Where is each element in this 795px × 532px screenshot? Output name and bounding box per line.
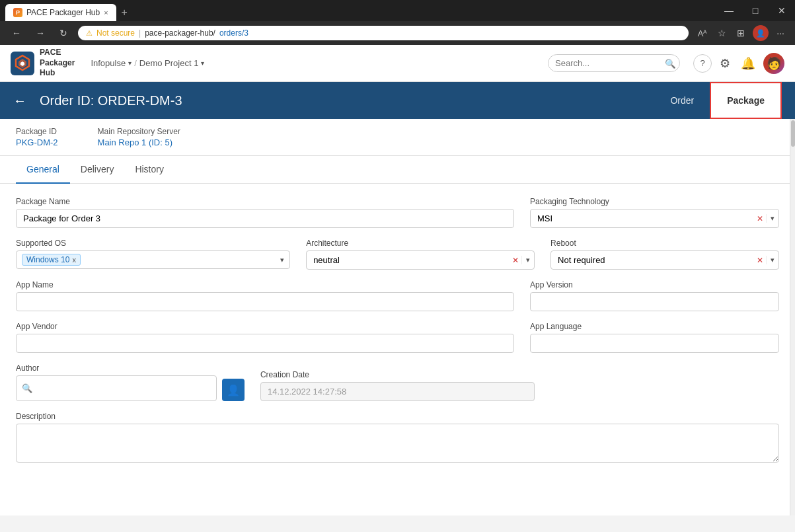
clear-pkg-tech-icon[interactable]: ✕ <box>754 214 766 223</box>
page-back-button[interactable]: ← <box>13 93 26 108</box>
app-vendor-group: App Vendor <box>16 322 514 353</box>
architecture-label: Architecture <box>306 239 535 248</box>
minimize-button[interactable]: — <box>716 0 742 21</box>
form-area: Package Name Packaging Technology MSI ✕ … <box>0 184 795 486</box>
more-options-button[interactable]: ··· <box>774 25 787 41</box>
notifications-button[interactable]: 🔔 <box>738 54 758 73</box>
address-url-plain: pace-packager-hub/ <box>145 28 215 38</box>
new-tab-button[interactable]: + <box>116 4 133 21</box>
address-url-highlight: orders/3 <box>219 28 248 38</box>
address-separator: | <box>139 28 141 38</box>
tab-close-icon[interactable]: × <box>104 9 108 17</box>
logo-text: PACE Packager Hub <box>40 48 75 79</box>
browser-tab-active[interactable]: P PACE Packager Hub × <box>5 4 116 21</box>
page-title: Order ID: ORDER-DM-3 <box>40 93 641 108</box>
author-group: Author 🔍 👤 <box>16 363 245 401</box>
reader-mode-button[interactable]: Aᴬ <box>695 26 710 41</box>
package-id-group: Package ID PKG-DM-2 <box>16 127 58 147</box>
pkg-tech-value: MSI <box>531 209 754 227</box>
avatar[interactable]: 🧑 <box>763 53 784 74</box>
forward-nav-button[interactable]: → <box>32 26 49 40</box>
app-language-input[interactable] <box>530 334 779 353</box>
reboot-value: Not required <box>551 251 754 269</box>
breadcrumb: Infopulse ▾ / Demo Project 1 ▾ <box>91 58 204 68</box>
package-info-bar: Package ID PKG-DM-2 Main Repository Serv… <box>0 119 795 156</box>
pkg-tech-select[interactable]: MSI ✕ ▾ <box>530 209 779 228</box>
logo-icon <box>11 52 34 75</box>
app-name-input[interactable] <box>16 292 514 311</box>
tab-delivery[interactable]: Delivery <box>70 156 125 184</box>
author-search-input[interactable] <box>35 379 211 397</box>
tab-history[interactable]: History <box>124 156 174 184</box>
repo-value: Main Repo 1 (ID: 5) <box>98 137 172 147</box>
close-window-button[interactable]: ✕ <box>769 0 795 21</box>
pkg-name-input[interactable] <box>16 209 514 228</box>
reboot-label: Reboot <box>550 239 779 248</box>
app-vendor-input[interactable] <box>16 334 514 353</box>
supported-os-select[interactable]: Windows 10 x ▾ <box>16 250 290 269</box>
clear-reboot-icon[interactable]: ✕ <box>754 256 766 265</box>
back-nav-button[interactable]: ← <box>8 26 25 40</box>
settings-button[interactable]: ⚙ <box>717 54 733 73</box>
maximize-button[interactable]: □ <box>742 0 769 21</box>
chevron-arch-icon[interactable]: ▾ <box>521 256 534 264</box>
form-row-3: App Name App Version <box>16 280 779 311</box>
clear-arch-icon[interactable]: ✕ <box>510 256 521 265</box>
app-language-label: App Language <box>530 322 779 331</box>
author-person-button[interactable]: 👤 <box>222 379 245 401</box>
scrollbar-track[interactable] <box>790 119 795 515</box>
content-tab-bar: General Delivery History <box>0 156 795 184</box>
description-group: Description <box>16 412 779 463</box>
app-content: PACE Packager Hub Infopulse ▾ / Demo Pro… <box>0 45 795 515</box>
address-bar-container[interactable]: ⚠ Not secure | pace-packager-hub/orders/… <box>78 26 689 40</box>
os-tag-windows10[interactable]: Windows 10 x <box>22 254 81 266</box>
chevron-reboot-icon[interactable]: ▾ <box>766 256 778 264</box>
refresh-nav-button[interactable]: ↻ <box>56 26 71 40</box>
tab-package[interactable]: Package <box>710 82 782 119</box>
search-input[interactable] <box>548 54 680 72</box>
repo-label: Main Repository Server <box>98 127 180 136</box>
form-row-4: App Vendor App Language <box>16 322 779 353</box>
browser-action-buttons: Aᴬ ☆ ⊞ 👤 ··· <box>695 25 787 41</box>
tab-general[interactable]: General <box>16 156 70 184</box>
page-header: ← Order ID: ORDER-DM-3 Order Package <box>0 82 795 119</box>
architecture-select[interactable]: neutral ✕ ▾ <box>306 250 535 270</box>
author-search-field[interactable]: 🔍 <box>16 375 217 401</box>
app-name-group: App Name <box>16 280 514 311</box>
form-row-2: Supported OS Windows 10 x ▾ Architecture <box>16 239 779 270</box>
breadcrumb-project[interactable]: Demo Project 1 ▾ <box>139 58 205 68</box>
architecture-group: Architecture neutral ✕ ▾ <box>306 239 535 270</box>
author-search-icon: 🔍 <box>22 383 32 393</box>
package-id-label: Package ID <box>16 127 58 136</box>
description-textarea[interactable] <box>16 424 779 463</box>
chevron-pkg-tech-icon[interactable]: ▾ <box>766 214 778 223</box>
collections-button[interactable]: ⊞ <box>734 25 747 41</box>
app-version-group: App Version <box>530 280 779 311</box>
chevron-os-icon[interactable]: ▾ <box>280 256 284 264</box>
tab-order[interactable]: Order <box>654 82 710 119</box>
author-label: Author <box>16 363 245 373</box>
breadcrumb-org[interactable]: Infopulse ▾ <box>91 58 132 68</box>
browser-window: P PACE Packager Hub × + — □ ✕ ← → ↻ ⚠ No… <box>0 0 795 515</box>
author-input-row: 🔍 👤 <box>16 375 245 401</box>
page-tab-bar: Order Package <box>654 82 782 119</box>
scrollbar-thumb[interactable] <box>791 120 795 147</box>
tag-remove-icon[interactable]: x <box>72 256 76 264</box>
help-button[interactable]: ? <box>693 54 712 73</box>
favorites-button[interactable]: ☆ <box>715 25 729 41</box>
search-icon-button[interactable]: 🔍 <box>665 58 676 68</box>
pkg-name-label: Package Name <box>16 197 514 206</box>
reboot-select[interactable]: Not required ✕ ▾ <box>550 250 779 270</box>
app-vendor-label: App Vendor <box>16 322 514 331</box>
chevron-down-icon: ▾ <box>128 59 132 67</box>
chevron-down-project-icon: ▾ <box>201 59 204 67</box>
profile-button[interactable]: 👤 <box>753 25 769 41</box>
creation-date-input <box>260 382 535 401</box>
form-row-5: Author 🔍 👤 Creation Date <box>16 363 779 401</box>
breadcrumb-separator: / <box>134 58 137 68</box>
app-version-input[interactable] <box>530 292 779 311</box>
not-secure-label: Not secure <box>96 28 135 38</box>
content-area: Package ID PKG-DM-2 Main Repository Serv… <box>0 119 795 515</box>
package-id-value: PKG-DM-2 <box>16 137 58 147</box>
form-row-1: Package Name Packaging Technology MSI ✕ … <box>16 197 779 228</box>
